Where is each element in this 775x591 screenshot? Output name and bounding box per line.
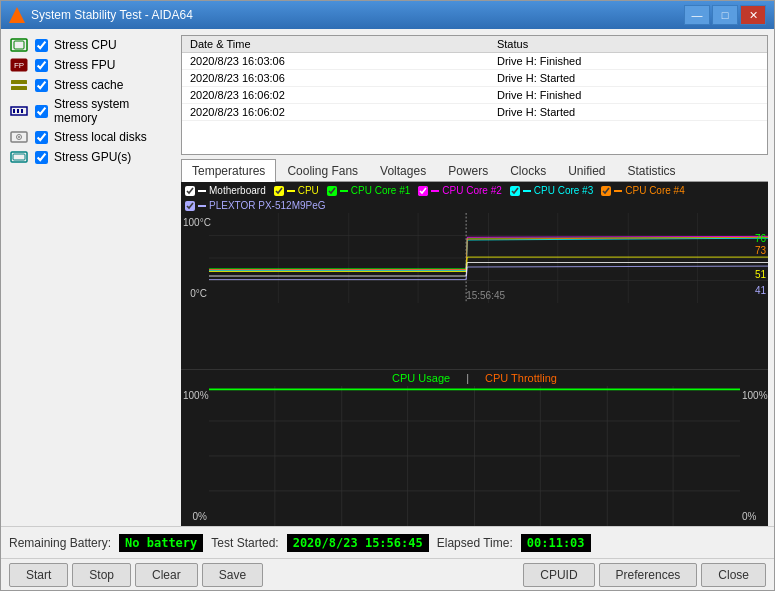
stress-cache-checkbox[interactable] <box>35 79 48 92</box>
temp-y-max: 100°C <box>183 217 207 228</box>
status-bar: Remaining Battery: No battery Test Start… <box>1 526 774 558</box>
core3-color <box>523 190 531 192</box>
tab-temperatures[interactable]: Temperatures <box>181 159 276 182</box>
legend-core2-checkbox[interactable] <box>418 186 428 196</box>
legend-plextor-checkbox[interactable] <box>185 201 195 211</box>
stress-memory-checkbox[interactable] <box>35 105 48 118</box>
cpu-y-bottom-left: 0% <box>183 511 207 522</box>
legend-cpu-core1: CPU Core #1 <box>327 185 410 196</box>
save-button[interactable]: Save <box>202 563 263 587</box>
log-row: 2020/8/23 16:06:02Drive H: Started <box>182 104 767 121</box>
legend-cpu-core2: CPU Core #2 <box>418 185 501 196</box>
main-window: System Stability Test - AIDA64 — □ ✕ Str… <box>0 0 775 591</box>
svg-text:FP: FP <box>14 61 24 70</box>
cpu-y-bottom-right: 0% <box>742 511 766 522</box>
cpu-color <box>287 190 295 192</box>
legend-cpu: CPU <box>274 185 319 196</box>
core2-color <box>431 190 439 192</box>
charts-container: Motherboard CPU CPU Core #1 <box>181 182 768 526</box>
stress-cpu-label: Stress CPU <box>54 38 117 52</box>
svg-rect-8 <box>17 109 19 113</box>
stress-options-panel: Stress CPU FP Stress FPU Stress cache <box>1 29 181 526</box>
stress-cache-label: Stress cache <box>54 78 123 92</box>
close-window-button[interactable]: ✕ <box>740 5 766 25</box>
legend-core3-label: CPU Core #3 <box>534 185 593 196</box>
stress-cpu-item: Stress CPU <box>9 37 173 53</box>
app-icon <box>9 7 25 23</box>
cpu-throttling-label[interactable]: CPU Throttling <box>485 372 557 384</box>
plextor-value: 41 <box>755 285 766 296</box>
right-panel: Date & Time Status 2020/8/23 16:03:06Dri… <box>181 29 774 526</box>
battery-label: Remaining Battery: <box>9 536 111 550</box>
core4-value: 73 <box>755 245 766 256</box>
legend-core2-label: CPU Core #2 <box>442 185 501 196</box>
cpu-chart-legend: CPU Usage | CPU Throttling <box>181 370 768 386</box>
stress-fpu-checkbox[interactable] <box>35 59 48 72</box>
memory-stress-icon <box>9 103 29 119</box>
stop-button[interactable]: Stop <box>72 563 131 587</box>
svg-rect-5 <box>11 86 27 90</box>
stress-cpu-checkbox[interactable] <box>35 39 48 52</box>
stress-memory-label: Stress system memory <box>54 97 173 125</box>
log-status: Drive H: Started <box>489 70 767 87</box>
legend-plextor-label: PLEXTOR PX-512M9PeG <box>209 200 326 211</box>
cache-stress-icon <box>9 77 29 93</box>
stress-gpu-checkbox[interactable] <box>35 151 48 164</box>
test-started-label: Test Started: <box>211 536 278 550</box>
temp-chart: Motherboard CPU CPU Core #1 <box>181 182 768 370</box>
start-button[interactable]: Start <box>9 563 68 587</box>
svg-rect-7 <box>13 109 15 113</box>
tab-clocks[interactable]: Clocks <box>499 159 557 182</box>
log-status: Drive H: Finished <box>489 53 767 70</box>
svg-rect-1 <box>14 41 24 49</box>
legend-cpu-label: CPU <box>298 185 319 196</box>
log-datetime: 2020/8/23 16:06:02 <box>182 87 489 104</box>
tab-powers[interactable]: Powers <box>437 159 499 182</box>
gpu-stress-icon <box>9 149 29 165</box>
legend-core1-label: CPU Core #1 <box>351 185 410 196</box>
minimize-button[interactable]: — <box>684 5 710 25</box>
content-area: Stress CPU FP Stress FPU Stress cache <box>1 29 774 526</box>
col-status: Status <box>489 36 767 53</box>
cpu-value: 51 <box>755 269 766 280</box>
stress-disks-checkbox[interactable] <box>35 131 48 144</box>
cpu-chart-canvas <box>209 386 740 526</box>
maximize-button[interactable]: □ <box>712 5 738 25</box>
log-table-container[interactable]: Date & Time Status 2020/8/23 16:03:06Dri… <box>181 35 768 155</box>
legend-motherboard-label: Motherboard <box>209 185 266 196</box>
tabs-area: Temperatures Cooling Fans Voltages Power… <box>181 159 768 526</box>
cpu-y-top-left: 100% <box>183 390 207 401</box>
elapsed-label: Elapsed Time: <box>437 536 513 550</box>
title-bar-left: System Stability Test - AIDA64 <box>9 7 193 23</box>
tab-unified[interactable]: Unified <box>557 159 616 182</box>
log-datetime: 2020/8/23 16:06:02 <box>182 104 489 121</box>
stress-gpu-label: Stress GPU(s) <box>54 150 131 164</box>
legend-motherboard: Motherboard <box>185 185 266 196</box>
svg-point-12 <box>18 136 20 138</box>
tab-bar: Temperatures Cooling Fans Voltages Power… <box>181 159 768 182</box>
tab-statistics[interactable]: Statistics <box>617 159 687 182</box>
legend-cpu-checkbox[interactable] <box>274 186 284 196</box>
legend-core4-checkbox[interactable] <box>601 186 611 196</box>
legend-cpu-core3: CPU Core #3 <box>510 185 593 196</box>
tab-voltages[interactable]: Voltages <box>369 159 437 182</box>
tab-cooling-fans[interactable]: Cooling Fans <box>276 159 369 182</box>
cpu-y-axis-left: 100% 0% <box>181 386 209 526</box>
svg-rect-9 <box>21 109 23 113</box>
close-button[interactable]: Close <box>701 563 766 587</box>
clear-button[interactable]: Clear <box>135 563 198 587</box>
cpu-usage-label[interactable]: CPU Usage <box>392 372 450 384</box>
cpuid-button[interactable]: CPUID <box>523 563 594 587</box>
legend-motherboard-checkbox[interactable] <box>185 186 195 196</box>
log-datetime: 2020/8/23 16:03:06 <box>182 70 489 87</box>
log-row: 2020/8/23 16:03:06Drive H: Started <box>182 70 767 87</box>
cpu-y-axis-right: 100% 0% <box>740 386 768 526</box>
legend-core3-checkbox[interactable] <box>510 186 520 196</box>
stress-gpu-item: Stress GPU(s) <box>9 149 173 165</box>
core4-color <box>614 190 622 192</box>
preferences-button[interactable]: Preferences <box>599 563 698 587</box>
battery-value: No battery <box>119 534 203 552</box>
legend-core1-checkbox[interactable] <box>327 186 337 196</box>
cpu-y-top-right: 100% <box>742 390 766 401</box>
button-bar: Start Stop Clear Save CPUID Preferences … <box>1 558 774 590</box>
